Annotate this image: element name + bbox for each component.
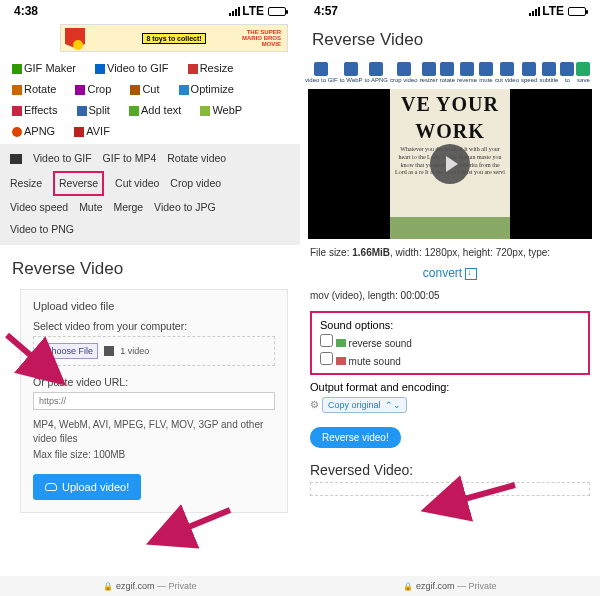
- lock-icon: 🔒: [103, 582, 113, 591]
- tb-to[interactable]: to: [559, 60, 575, 85]
- status-bar: 4:57 LTE: [300, 0, 600, 22]
- tool-video-to-gif[interactable]: Video to GIF: [95, 58, 177, 79]
- url-input[interactable]: [33, 392, 275, 410]
- tb-reverse[interactable]: reverse: [456, 60, 478, 85]
- poster-line: VE YOUR: [390, 89, 510, 116]
- upload-button[interactable]: Upload video!: [33, 474, 141, 500]
- tab-crop-video[interactable]: Crop video: [170, 174, 221, 194]
- site-name: ezgif.com: [416, 581, 455, 591]
- tab-video-to-png[interactable]: Video to PNG: [10, 220, 74, 240]
- panel-legend: Upload video file: [33, 300, 275, 312]
- tool-icon: [522, 62, 536, 76]
- tool-icon: [479, 62, 493, 76]
- browse-mode: — Private: [457, 581, 497, 591]
- file-drop[interactable]: Choose File 1 video: [33, 336, 275, 366]
- poster-grass: [390, 217, 510, 239]
- tb-crop[interactable]: crop video: [389, 60, 419, 85]
- banner-text: 8 toys to collect!: [142, 33, 205, 44]
- film-icon: [10, 154, 22, 164]
- chevron-icon: ⌃⌄: [385, 400, 401, 410]
- cloud-upload-icon: [45, 483, 57, 491]
- file-icon: [104, 346, 114, 356]
- tool-apng[interactable]: APNG: [12, 121, 63, 142]
- status-signal: LTE: [529, 4, 586, 18]
- play-button[interactable]: [430, 144, 470, 184]
- select-label: Select video from your computer:: [33, 320, 275, 332]
- tool-icon: [460, 62, 474, 76]
- tab-video-to-jpg[interactable]: Video to JPG: [154, 198, 216, 218]
- tool-icon: [560, 62, 574, 76]
- tb-to-webp[interactable]: to WebP: [339, 60, 364, 85]
- reverse-sound-checkbox[interactable]: [320, 334, 333, 347]
- battery-icon: [568, 7, 586, 16]
- tool-webp[interactable]: WebP: [200, 100, 250, 121]
- tool-icon: [500, 62, 514, 76]
- format-hint: MP4, WebM, AVI, MPEG, FLV, MOV, 3GP and …: [33, 418, 275, 446]
- tb-to-apng[interactable]: to APNG: [364, 60, 389, 85]
- tb-subtitle[interactable]: subtitle: [538, 60, 559, 85]
- download-icon: [465, 268, 477, 280]
- tb-save[interactable]: save: [575, 60, 591, 85]
- status-signal: LTE: [229, 4, 286, 18]
- opt-reverse-sound[interactable]: reverse sound: [320, 334, 580, 349]
- tb-mute[interactable]: mute: [478, 60, 494, 85]
- size-hint: Max file size: 100MB: [33, 448, 275, 462]
- tool-icon: [397, 62, 411, 76]
- tb-video-to-gif[interactable]: video to GIF: [304, 60, 339, 85]
- tab-merge[interactable]: Merge: [113, 198, 143, 218]
- address-bar: 🔒 ezgif.com — Private: [300, 576, 600, 596]
- encoding-select[interactable]: Copy original⌃⌄: [322, 397, 407, 413]
- convert-link[interactable]: convert: [300, 266, 600, 280]
- ad-banner[interactable]: 8 toys to collect! THE SUPERMARIO BROSMO…: [60, 24, 288, 52]
- tab-reverse[interactable]: Reverse: [53, 171, 104, 197]
- sound-wave-icon: [336, 339, 346, 347]
- encoding-section: Output format and encoding: ⚙ Copy origi…: [310, 381, 590, 413]
- poster-line: WORK: [390, 116, 510, 143]
- screen-left: 4:38 LTE 8 toys to collect! THE SUPERMAR…: [0, 0, 300, 596]
- mute-icon: [336, 357, 346, 365]
- status-time: 4:38: [14, 4, 38, 18]
- tb-speed[interactable]: speed: [520, 60, 538, 85]
- tab-cut-video[interactable]: Cut video: [115, 174, 159, 194]
- banner-brand: THE SUPERMARIO BROSMOVIE: [242, 29, 281, 47]
- sound-options: Sound options: reverse sound mute sound: [310, 311, 590, 375]
- mute-sound-checkbox[interactable]: [320, 352, 333, 365]
- screen-right: 4:57 LTE Reverse Video video to GIF to W…: [300, 0, 600, 596]
- tool-addtext[interactable]: Add text: [129, 100, 189, 121]
- status-time: 4:57: [314, 4, 338, 18]
- tool-icon: [314, 62, 328, 76]
- tb-cut[interactable]: cut video: [494, 60, 520, 85]
- tool-split[interactable]: Split: [77, 100, 118, 121]
- signal-bars-icon: [229, 7, 240, 16]
- battery-icon: [268, 7, 286, 16]
- video-subtabs: Video to GIF GIF to MP4 Rotate video Res…: [0, 144, 300, 246]
- tool-crop[interactable]: Crop: [75, 79, 119, 100]
- upload-panel: Upload video file Select video from your…: [20, 289, 288, 513]
- tool-avif[interactable]: AVIF: [74, 121, 118, 142]
- address-bar: 🔒 ezgif.com — Private: [0, 576, 300, 596]
- tab-rotate-video[interactable]: Rotate video: [167, 149, 226, 169]
- tb-rotate[interactable]: rotate: [439, 60, 456, 85]
- tab-resize[interactable]: Resize: [10, 174, 42, 194]
- reversed-heading: Reversed Video:: [310, 462, 590, 478]
- video-preview[interactable]: VE YOUR WORK Whatever you do, work at it…: [308, 89, 592, 239]
- tool-rotate[interactable]: Rotate: [12, 79, 64, 100]
- tool-icon: [440, 62, 454, 76]
- tool-cut[interactable]: Cut: [130, 79, 167, 100]
- video-meta-2: mov (video), length: 00:00:05: [300, 286, 600, 305]
- status-bar: 4:38 LTE: [0, 0, 300, 22]
- reverse-video-button[interactable]: Reverse video!: [310, 427, 401, 448]
- save-icon: [576, 62, 590, 76]
- opt-mute-sound[interactable]: mute sound: [320, 352, 580, 367]
- tool-effects[interactable]: Effects: [12, 100, 65, 121]
- choose-file-button[interactable]: Choose File: [40, 343, 98, 359]
- tool-resize[interactable]: Resize: [188, 58, 242, 79]
- banner-coin-icon: [73, 40, 83, 50]
- tab-video-to-gif[interactable]: Video to GIF: [33, 149, 92, 169]
- tb-resize[interactable]: resizer: [419, 60, 439, 85]
- tab-video-speed[interactable]: Video speed: [10, 198, 68, 218]
- tool-optimize[interactable]: Optimize: [179, 79, 242, 100]
- tool-gifmaker[interactable]: GIF Maker: [12, 58, 84, 79]
- tab-gif-to-mp4[interactable]: GIF to MP4: [103, 149, 157, 169]
- tab-mute[interactable]: Mute: [79, 198, 102, 218]
